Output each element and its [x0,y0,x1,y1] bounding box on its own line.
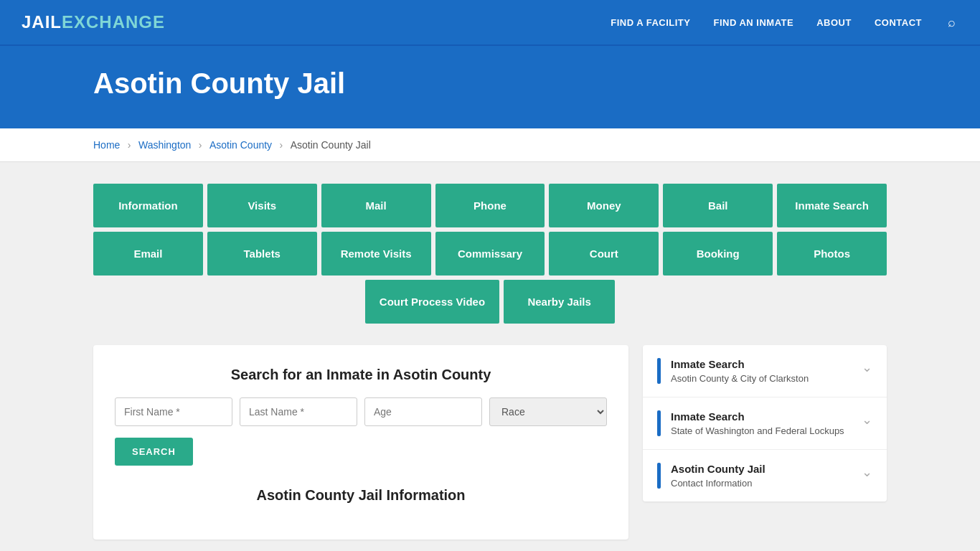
first-name-input[interactable] [115,397,232,426]
search-icon-button[interactable]: ⌕ [945,12,958,33]
nav-buttons-row3: Court Process Video Nearby Jails [93,280,887,324]
hero-section: Asotin County Jail [0,46,980,128]
logo-jail: JAIL [22,12,62,32]
btn-nearby-jails[interactable]: Nearby Jails [504,280,615,324]
chevron-down-icon-1: ⌄ [862,412,872,428]
sidebar-title-0: Inmate Search [671,358,809,370]
sidebar-item-0[interactable]: Inmate Search Asotin County & City of Cl… [643,345,887,397]
sidebar-accent-bar-1 [657,410,661,436]
race-select[interactable]: Race [489,397,607,426]
btn-court-process-video[interactable]: Court Process Video [365,280,499,324]
breadcrumb: Home › Washington › Asotin County › Asot… [0,128,980,162]
sidebar-title-2: Asotin County Jail [671,463,765,475]
sidebar-sub-1: State of Washington and Federal Lockups [671,425,844,436]
btn-commissary[interactable]: Commissary [435,232,545,276]
logo-exchange: EXCHANGE [62,12,165,32]
sidebar-sub-2: Contact Information [671,478,765,489]
sidebar-inner-1: Inmate Search State of Washington and Fe… [657,410,854,436]
btn-email[interactable]: Email [93,232,203,276]
nav-find-facility[interactable]: FIND A FACILITY [611,17,690,28]
sidebar: Inmate Search Asotin County & City of Cl… [643,345,887,501]
breadcrumb-current: Asotin County Jail [291,139,371,151]
search-button[interactable]: SEARCH [115,438,193,466]
btn-mail[interactable]: Mail [321,184,431,227]
btn-information[interactable]: Information [93,184,203,227]
page-title: Asotin County Jail [93,67,958,100]
btn-photos[interactable]: Photos [777,232,887,276]
sidebar-inner-2: Asotin County Jail Contact Information [657,463,854,489]
nav-contact[interactable]: CONTACT [875,17,922,28]
btn-booking[interactable]: Booking [663,232,773,276]
nav-find-inmate[interactable]: FIND AN INMATE [713,17,793,28]
btn-court[interactable]: Court [549,232,659,276]
sidebar-text-0: Inmate Search Asotin County & City of Cl… [671,358,809,384]
breadcrumb-sep-1: › [128,139,131,151]
section-title: Asotin County Jail Information [115,487,607,504]
sidebar-text-2: Asotin County Jail Contact Information [671,463,765,489]
sidebar-item-1[interactable]: Inmate Search State of Washington and Fe… [643,397,887,450]
sidebar-item-2[interactable]: Asotin County Jail Contact Information ⌄ [643,450,887,501]
btn-phone[interactable]: Phone [435,184,545,227]
sidebar-accent-bar-2 [657,463,661,489]
age-input[interactable] [364,397,482,426]
sidebar-text-1: Inmate Search State of Washington and Fe… [671,410,844,436]
chevron-down-icon-2: ⌄ [862,464,872,480]
sidebar-sub-0: Asotin County & City of Clarkston [671,373,809,384]
nav-buttons-row2: Email Tablets Remote Visits Commissary C… [93,232,887,276]
sidebar-inner-0: Inmate Search Asotin County & City of Cl… [657,358,854,384]
nav-buttons-row1: Information Visits Mail Phone Money Bail… [93,184,887,227]
sidebar-accent-bar-0 [657,358,661,384]
btn-tablets[interactable]: Tablets [207,232,317,276]
lower-section: Search for an Inmate in Asotin County Ra… [93,345,887,540]
btn-money[interactable]: Money [549,184,659,227]
site-logo[interactable]: JAILEXCHANGE [22,12,165,32]
btn-bail[interactable]: Bail [663,184,773,227]
breadcrumb-home[interactable]: Home [93,139,120,151]
nav-about[interactable]: ABOUT [816,17,852,28]
nav-links: FIND A FACILITY FIND AN INMATE ABOUT CON… [611,12,958,33]
search-fields: Race [115,397,607,426]
chevron-down-icon-0: ⌄ [862,359,872,375]
breadcrumb-washington[interactable]: Washington [138,139,191,151]
main-content: Information Visits Mail Phone Money Bail… [0,162,980,551]
breadcrumb-asotin-county[interactable]: Asotin County [209,139,272,151]
sidebar-title-1: Inmate Search [671,410,844,423]
btn-inmate-search[interactable]: Inmate Search [777,184,887,227]
breadcrumb-sep-2: › [199,139,202,151]
breadcrumb-sep-3: › [280,139,283,151]
search-title: Search for an Inmate in Asotin County [115,367,607,383]
navbar: JAILEXCHANGE FIND A FACILITY FIND AN INM… [0,0,980,46]
search-panel: Search for an Inmate in Asotin County Ra… [93,345,628,540]
last-name-input[interactable] [240,397,357,426]
btn-remote-visits[interactable]: Remote Visits [321,232,431,276]
btn-visits[interactable]: Visits [207,184,317,227]
